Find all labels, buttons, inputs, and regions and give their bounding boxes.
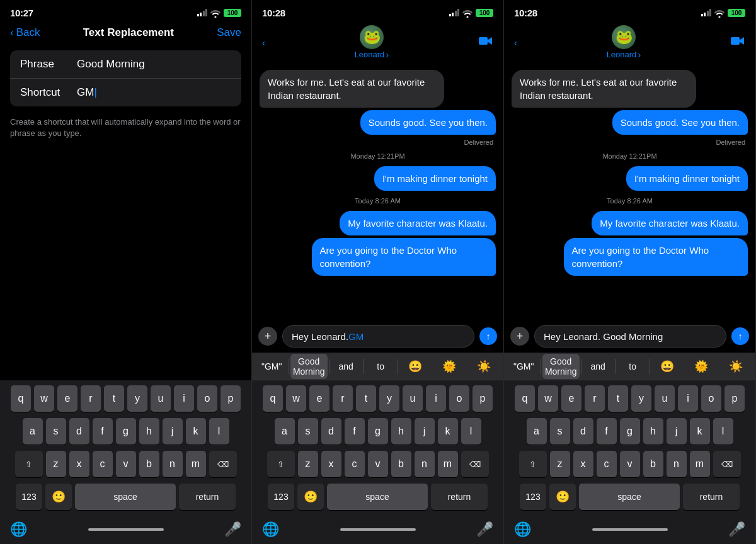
num-key-3[interactable]: 123 (520, 484, 546, 510)
key-i[interactable]: i (174, 385, 194, 412)
autocomplete-and-3[interactable]: and (581, 359, 615, 374)
add-attachment-button-3[interactable]: + (510, 327, 529, 346)
key-q[interactable]: q (11, 385, 31, 412)
return-key-3[interactable]: return (683, 484, 740, 510)
key-s[interactable]: s (46, 418, 66, 445)
autocomplete-emoji-2[interactable]: 🌞 (432, 357, 466, 376)
message-input-3[interactable]: Hey Leonard. Good Morning (534, 325, 726, 348)
key-a-3[interactable]: a (527, 418, 547, 445)
key-i-3[interactable]: i (678, 385, 698, 412)
key-v[interactable]: v (116, 451, 136, 477)
key-q-2[interactable]: q (263, 385, 283, 412)
shift-key[interactable]: ⇧ (15, 451, 43, 477)
back-nav-3[interactable]: ‹ (514, 37, 517, 48)
microphone-icon-2[interactable]: 🎤 (476, 521, 493, 538)
key-w-3[interactable]: w (538, 385, 558, 412)
key-p-2[interactable]: p (472, 385, 493, 412)
space-key-2[interactable]: space (327, 484, 428, 510)
space-key-3[interactable]: space (579, 484, 680, 510)
key-t-3[interactable]: t (608, 385, 628, 412)
key-l[interactable]: l (209, 418, 229, 445)
delete-key-2[interactable]: ⌫ (461, 451, 489, 477)
key-k[interactable]: k (186, 418, 206, 445)
key-g[interactable]: g (116, 418, 136, 445)
key-l-3[interactable]: l (713, 418, 733, 445)
key-g-2[interactable]: g (368, 418, 388, 445)
contact-info-3[interactable]: Leonard (607, 25, 641, 60)
key-b-3[interactable]: b (643, 451, 663, 477)
key-e-3[interactable]: e (561, 385, 581, 412)
key-p-3[interactable]: p (724, 385, 745, 412)
key-f-2[interactable]: f (345, 418, 365, 445)
key-i-2[interactable]: i (426, 385, 446, 412)
key-d-3[interactable]: d (573, 418, 593, 445)
key-y[interactable]: y (127, 385, 147, 412)
key-o-3[interactable]: o (701, 385, 721, 412)
key-h-2[interactable]: h (391, 418, 411, 445)
key-n-2[interactable]: n (415, 451, 435, 477)
key-h[interactable]: h (139, 418, 159, 445)
key-t[interactable]: t (104, 385, 124, 412)
key-a-2[interactable]: a (275, 418, 295, 445)
key-v-3[interactable]: v (620, 451, 640, 477)
key-r-3[interactable]: r (585, 385, 605, 412)
key-f[interactable]: f (93, 418, 113, 445)
key-p[interactable]: p (220, 385, 241, 412)
autocomplete-gm-1[interactable]: "GM" (255, 359, 289, 374)
back-nav-2[interactable]: ‹ (262, 37, 265, 48)
phrase-value[interactable]: Good Morning (77, 58, 231, 71)
video-call-button-3[interactable] (730, 35, 745, 50)
globe-icon-2[interactable]: 🌐 (262, 521, 279, 538)
key-e[interactable]: e (57, 385, 77, 412)
key-a[interactable]: a (23, 418, 43, 445)
back-button[interactable]: ‹ Back (10, 26, 40, 39)
key-m-3[interactable]: m (690, 451, 710, 477)
key-e-2[interactable]: e (309, 385, 329, 412)
message-input-2[interactable]: Hey Leonard. GM (282, 325, 474, 348)
key-w-2[interactable]: w (286, 385, 306, 412)
autocomplete-emoji-3[interactable]: ☀️ (467, 357, 501, 376)
autocomplete-emoji-1[interactable]: 😀 (398, 357, 432, 376)
key-z-3[interactable]: z (550, 451, 570, 477)
key-c-3[interactable]: c (597, 451, 617, 477)
emoji-key-3[interactable]: 🙂 (549, 484, 576, 510)
emoji-key-2[interactable]: 🙂 (297, 484, 324, 510)
shift-key-3[interactable]: ⇧ (519, 451, 547, 477)
key-k-3[interactable]: k (690, 418, 710, 445)
autocomplete-good-morning[interactable]: Good Morning (290, 354, 328, 379)
key-s-3[interactable]: s (550, 418, 570, 445)
key-u-3[interactable]: u (655, 385, 675, 412)
key-d-2[interactable]: d (321, 418, 341, 445)
key-u[interactable]: u (151, 385, 171, 412)
shortcut-value[interactable]: GM (77, 86, 231, 99)
key-k-2[interactable]: k (438, 418, 458, 445)
shift-key-2[interactable]: ⇧ (267, 451, 295, 477)
save-button[interactable]: Save (217, 26, 241, 39)
video-call-button-2[interactable] (478, 35, 493, 50)
add-attachment-button-2[interactable]: + (258, 327, 277, 346)
key-v-2[interactable]: v (368, 451, 388, 477)
key-j-2[interactable]: j (415, 418, 435, 445)
key-u-2[interactable]: u (403, 385, 423, 412)
key-j-3[interactable]: j (667, 418, 687, 445)
key-c-2[interactable]: c (345, 451, 365, 477)
globe-icon-1[interactable]: 🌐 (10, 521, 27, 538)
key-z-2[interactable]: z (298, 451, 318, 477)
key-m-2[interactable]: m (438, 451, 458, 477)
globe-icon-3[interactable]: 🌐 (514, 521, 531, 538)
delete-key[interactable]: ⌫ (209, 451, 237, 477)
autocomplete-emoji-3-1[interactable]: 😀 (650, 357, 684, 376)
key-n-3[interactable]: n (667, 451, 687, 477)
autocomplete-good-morning-3[interactable]: Good Morning (542, 354, 580, 379)
key-w[interactable]: w (34, 385, 54, 412)
key-s-2[interactable]: s (298, 418, 318, 445)
key-x[interactable]: x (69, 451, 89, 477)
microphone-icon-1[interactable]: 🎤 (224, 521, 241, 538)
space-key[interactable]: space (75, 484, 176, 510)
key-n[interactable]: n (163, 451, 183, 477)
delete-key-3[interactable]: ⌫ (713, 451, 741, 477)
key-f-3[interactable]: f (597, 418, 617, 445)
contact-info-2[interactable]: Leonard (355, 25, 389, 60)
autocomplete-to-3[interactable]: to (616, 359, 650, 374)
return-key-2[interactable]: return (431, 484, 488, 510)
